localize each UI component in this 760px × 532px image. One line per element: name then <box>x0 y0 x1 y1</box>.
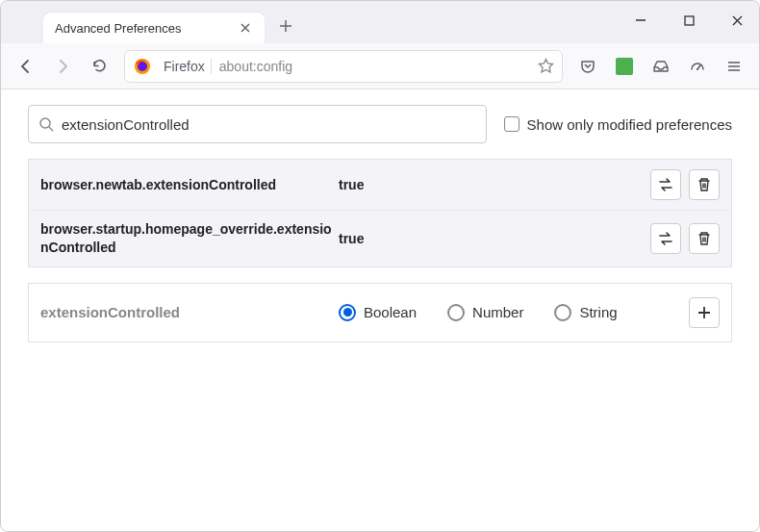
close-tab-icon[interactable] <box>238 20 253 36</box>
dashboard-icon[interactable] <box>682 51 713 82</box>
url-bar[interactable]: Firefox about:config <box>124 50 563 83</box>
checkbox-icon <box>504 116 519 132</box>
preference-actions <box>650 223 720 254</box>
type-radio-group: Boolean Number String <box>339 304 689 321</box>
preference-value: true <box>339 231 650 246</box>
pocket-icon[interactable] <box>572 51 603 82</box>
search-input[interactable] <box>62 116 476 133</box>
preference-row: browser.startup.homepage_override.extens… <box>29 211 731 266</box>
content-area: Show only modified preferences browser.n… <box>1 89 759 358</box>
new-tab-button[interactable] <box>272 13 299 39</box>
search-box[interactable] <box>28 105 487 143</box>
preference-name: browser.newtab.extensionControlled <box>40 176 339 194</box>
new-preference-row: extensionControlled Boolean Number Strin… <box>28 283 732 342</box>
radio-string[interactable]: String <box>554 304 617 321</box>
modified-only-checkbox[interactable]: Show only modified preferences <box>504 116 732 133</box>
radio-label: String <box>579 304 617 320</box>
toggle-button[interactable] <box>650 169 681 200</box>
delete-button[interactable] <box>689 169 720 200</box>
radio-number[interactable]: Number <box>447 304 523 321</box>
urlbar-text: about:config <box>219 59 538 74</box>
delete-button[interactable] <box>689 223 720 254</box>
radio-icon <box>554 304 571 321</box>
radio-icon <box>339 304 356 321</box>
maximize-button[interactable] <box>674 6 703 35</box>
inbox-icon[interactable] <box>646 51 676 82</box>
toolbar: Firefox about:config <box>1 43 759 89</box>
extension-icon[interactable] <box>609 51 640 82</box>
preference-list: browser.newtab.extensionControlled true … <box>28 159 732 267</box>
menu-button[interactable] <box>719 51 749 82</box>
browser-tab[interactable]: Advanced Preferences <box>43 13 265 43</box>
checkbox-label-text: Show only modified preferences <box>527 116 732 133</box>
radio-icon <box>447 304 465 321</box>
search-icon <box>38 116 54 132</box>
radio-boolean[interactable]: Boolean <box>339 304 417 321</box>
close-window-button[interactable] <box>722 6 751 35</box>
back-button[interactable] <box>11 51 41 82</box>
window-controls <box>626 1 751 39</box>
preference-name: browser.startup.homepage_override.extens… <box>40 220 339 257</box>
radio-label: Boolean <box>364 304 417 320</box>
preference-value: true <box>339 177 650 192</box>
forward-button[interactable] <box>47 51 78 82</box>
svg-point-4 <box>40 118 50 128</box>
svg-rect-0 <box>685 16 694 25</box>
bookmark-star-icon[interactable] <box>538 58 554 74</box>
toggle-button[interactable] <box>650 223 681 254</box>
svg-point-3 <box>697 68 698 70</box>
add-button[interactable] <box>689 297 720 328</box>
reload-button[interactable] <box>84 51 114 82</box>
search-row: Show only modified preferences <box>28 105 732 143</box>
titlebar: Advanced Preferences <box>1 1 759 43</box>
urlbar-identity: Firefox <box>158 59 212 74</box>
preference-actions <box>650 169 720 200</box>
minimize-button[interactable] <box>626 6 655 35</box>
preference-row: browser.newtab.extensionControlled true <box>29 160 731 211</box>
radio-label: Number <box>472 304 523 320</box>
firefox-icon <box>133 57 152 76</box>
tab-title: Advanced Preferences <box>55 21 238 36</box>
new-preference-name: extensionControlled <box>40 304 339 320</box>
